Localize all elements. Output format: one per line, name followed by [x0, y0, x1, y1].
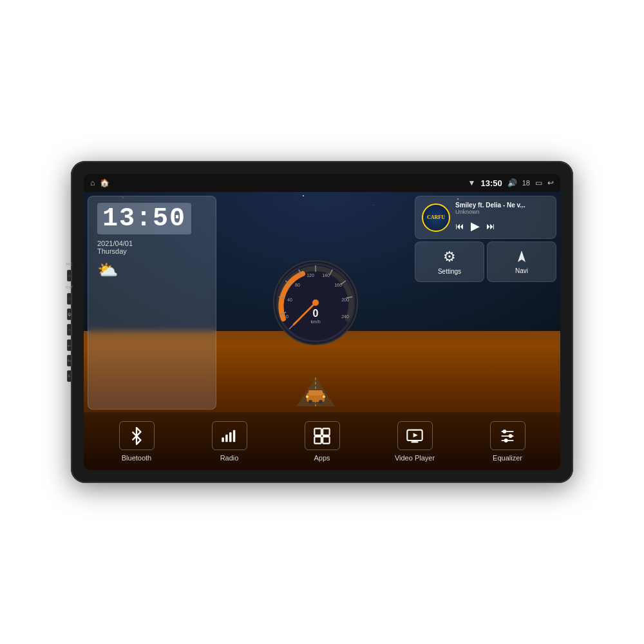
side-btn-back[interactable]: ↩: [67, 339, 72, 351]
vol-up-icon: 4+: [68, 359, 71, 363]
svg-marker-31: [518, 251, 526, 262]
svg-rect-36: [314, 428, 321, 435]
weather-icon: ⛅: [97, 260, 118, 280]
svg-rect-35: [233, 430, 236, 442]
svg-rect-38: [314, 437, 321, 444]
car-head-unit: MIC ⌂ RST ○ ⏻ ⌂ ↩ 4+ 4- ⌂ 🏠: [71, 161, 573, 483]
equalizer-icon: [498, 427, 516, 445]
svg-text:200: 200: [341, 298, 349, 302]
play-button[interactable]: ▶: [471, 219, 480, 233]
next-button[interactable]: ⏭: [486, 221, 495, 231]
svg-rect-34: [229, 432, 232, 442]
main-content: 13:50 2021/04/01 Thursday ⛅: [84, 192, 560, 470]
status-bar: ⌂ 🏠 ▼ 13:50 🔊 18 ▭ ↩: [84, 174, 560, 192]
settings-card[interactable]: ⚙ Settings: [415, 242, 484, 282]
svg-text:km/h: km/h: [310, 319, 320, 324]
svg-text:80: 80: [295, 283, 300, 287]
svg-point-47: [509, 434, 513, 438]
side-button-panel: MIC ⌂ RST ○ ⏻ ⌂ ↩ 4+ 4-: [66, 262, 73, 382]
clock-date: 2021/04/01: [97, 240, 133, 247]
status-right: ▼ 13:50 🔊 18 ▭ ↩: [468, 178, 554, 188]
house-icon: ⌂: [68, 328, 71, 332]
road-scene: [258, 371, 374, 406]
status-time: 13:50: [481, 178, 502, 188]
navi-card[interactable]: Navi: [487, 242, 556, 282]
music-logo: CARFU: [422, 204, 450, 232]
svg-rect-32: [222, 437, 224, 442]
svg-text:240: 240: [341, 314, 349, 319]
volume-level: 18: [522, 179, 530, 187]
radio-item[interactable]: Radio: [194, 421, 265, 462]
svg-marker-41: [413, 433, 418, 437]
mic-label: MIC: [66, 262, 73, 266]
equalizer-icon-box: [490, 421, 526, 450]
music-card[interactable]: CARFU Smiley ft. Delia - Ne v... Unknown…: [415, 196, 556, 239]
home-icon: ⌂: [68, 274, 71, 278]
navi-label: Navi: [515, 267, 528, 274]
svg-rect-26: [308, 390, 323, 395]
bluetooth-label: Bluetooth: [122, 454, 151, 462]
radio-icon: [220, 427, 238, 445]
svg-text:160: 160: [334, 283, 342, 287]
top-panels: 13:50 2021/04/01 Thursday ⛅: [84, 192, 560, 412]
side-btn-rst[interactable]: ○: [67, 293, 72, 305]
status-left: ⌂ 🏠: [90, 178, 109, 187]
svg-text:140: 140: [322, 273, 330, 278]
clock-time: 13:50: [97, 203, 191, 234]
svg-rect-33: [225, 434, 228, 442]
speedometer: 0 40 80 120 140 160 200 240: [270, 258, 361, 348]
back-nav-icon[interactable]: ↩: [547, 178, 554, 187]
status-home-icon[interactable]: ⌂: [90, 178, 95, 187]
svg-rect-39: [323, 437, 330, 444]
music-panel: CARFU Smiley ft. Delia - Ne v... Unknown…: [415, 196, 556, 410]
svg-rect-37: [323, 428, 330, 435]
video-player-item[interactable]: Video Player: [379, 421, 450, 462]
svg-point-29: [306, 395, 308, 398]
svg-point-27: [308, 400, 312, 404]
video-icon-box: [397, 421, 433, 450]
radio-icon-box: [212, 421, 247, 450]
apps-label: Apps: [314, 454, 330, 462]
apps-icon-box: [305, 421, 340, 450]
music-artist: Unknown: [455, 209, 549, 215]
svg-text:0: 0: [313, 308, 319, 319]
power-icon: ⏻: [68, 312, 71, 316]
apps-item[interactable]: Apps: [287, 421, 357, 462]
battery-icon: ▭: [535, 178, 542, 187]
clock-widget: 13:50 2021/04/01 Thursday ⛅: [88, 196, 216, 410]
bottom-bar: Bluetooth Radio: [84, 412, 560, 470]
prev-button[interactable]: ⏮: [455, 221, 464, 231]
svg-point-45: [502, 430, 506, 433]
status-app-icon[interactable]: 🏠: [100, 178, 109, 187]
svg-point-30: [323, 395, 325, 398]
apps-icon: [313, 427, 331, 445]
rst-icon: ○: [68, 297, 71, 301]
volume-icon: 🔊: [507, 178, 517, 187]
vol-down-icon: 4-: [68, 374, 71, 378]
music-info: Smiley ft. Delia - Ne v... Unknown ⏮ ▶ ⏭: [455, 202, 549, 233]
navi-icon: [514, 249, 529, 265]
back-icon: ↩: [68, 343, 71, 348]
radio-label: Radio: [220, 454, 239, 462]
bluetooth-icon-box: [119, 421, 155, 450]
side-btn-home[interactable]: ⌂: [67, 270, 72, 281]
equalizer-label: Equalizer: [493, 454, 522, 462]
bluetooth-item[interactable]: Bluetooth: [101, 421, 172, 462]
music-title: Smiley ft. Delia - Ne v...: [455, 202, 549, 209]
svg-point-49: [504, 439, 508, 442]
settings-nav-row: ⚙ Settings Navi: [415, 242, 556, 282]
settings-label: Settings: [438, 268, 461, 275]
svg-text:120: 120: [307, 273, 314, 278]
side-btn-vol-down[interactable]: 4-: [67, 370, 72, 382]
music-controls: ⏮ ▶ ⏭: [455, 219, 549, 233]
bluetooth-icon: [128, 427, 146, 445]
speedometer-panel: 0 40 80 120 140 160 200 240: [219, 196, 412, 410]
side-btn-vol-up[interactable]: 4+: [67, 355, 72, 366]
clock-day: Thursday: [97, 247, 127, 255]
equalizer-item[interactable]: Equalizer: [472, 421, 543, 462]
side-btn-house[interactable]: ⌂: [67, 324, 72, 336]
side-btn-power[interactable]: ⏻: [67, 308, 72, 320]
svg-text:40: 40: [287, 298, 292, 302]
video-player-label: Video Player: [395, 454, 435, 462]
rst-label: RST: [66, 285, 73, 289]
